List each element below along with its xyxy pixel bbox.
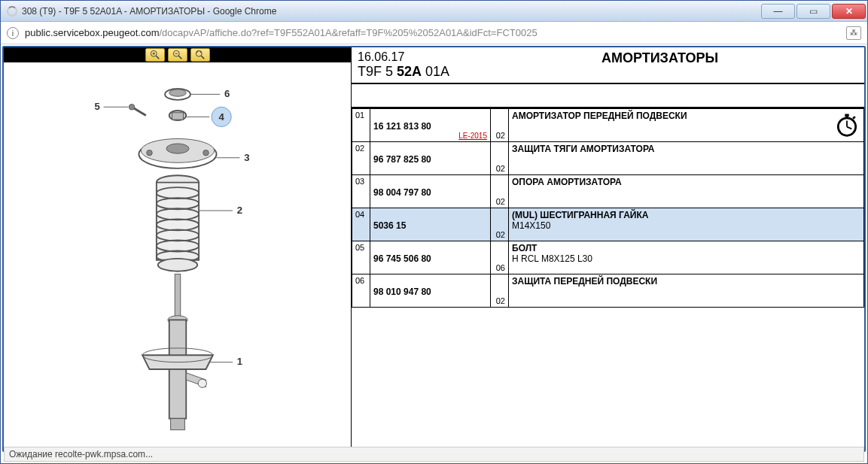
part-index: 03 <box>352 175 370 208</box>
svg-text:6: 6 <box>224 88 229 99</box>
browser-window: 308 (T9) - T9F 5 52A01A - АМОРТИЗАТОРЫ -… <box>0 0 868 464</box>
svg-text:3: 3 <box>244 152 249 163</box>
zoom-toolbar <box>4 47 351 62</box>
status-bar: Ожидание recolte-pwk.mpsa.com... <box>4 447 864 462</box>
svg-line-56 <box>853 117 855 119</box>
part-row[interactable]: 045036 1502(MUL) ШЕСТИГРАННАЯ ГАЙКАM14X1… <box>352 208 864 241</box>
parts-panel: 16.06.17 T9F 5 52A 01A АМОРТИЗАТОРЫ 0116… <box>352 47 864 450</box>
part-number: 96 787 825 80 <box>373 144 487 165</box>
part-qty: 02 <box>491 142 509 175</box>
part-index: 06 <box>352 274 370 308</box>
svg-point-7 <box>196 50 202 56</box>
window-buttons: — ▭ ✕ <box>760 4 866 19</box>
svg-rect-22 <box>172 113 183 120</box>
part-desc: ОПОРА АМОРТИЗАТОРА <box>509 175 864 208</box>
svg-point-50 <box>198 379 206 387</box>
part-row[interactable]: 0116 121 813 80LE-201502АМОРТИЗАТОР ПЕРЕ… <box>352 109 864 142</box>
maximize-button[interactable]: ▭ <box>796 4 830 19</box>
header-code: T9F 5 52A 01A <box>358 64 449 80</box>
svg-rect-49 <box>170 419 184 430</box>
part-row[interactable]: 0296 787 825 8002ЗАЩИТА ТЯГИ АМОРТИЗАТОР… <box>352 142 864 175</box>
part-index: 01 <box>352 109 370 142</box>
svg-rect-48 <box>169 369 186 419</box>
part-number: 5036 15 <box>373 210 487 231</box>
header-title: АМОРТИЗАТОРЫ <box>455 47 864 83</box>
zoom-out-button[interactable] <box>168 48 187 62</box>
part-number: 98 004 797 80 <box>373 177 487 198</box>
svg-line-1 <box>156 56 159 59</box>
url-path: /docapvAP/affiche.do?ref=T9F552A01A&refa… <box>160 27 538 38</box>
svg-text:5: 5 <box>94 101 99 112</box>
part-number-cell: 16 121 813 80LE-2015 <box>370 109 491 142</box>
part-number-cell: 96 787 825 80 <box>370 142 491 175</box>
part-qty: 02 <box>491 208 509 241</box>
svg-point-28 <box>166 144 189 153</box>
url-domain: public.servicebox.peugeot.com <box>25 27 160 38</box>
minimize-button[interactable]: — <box>761 4 795 19</box>
loading-spinner-icon <box>7 6 17 17</box>
part-number: 96 745 506 80 <box>373 243 487 264</box>
part-number-cell: 98 010 947 80 <box>370 274 491 308</box>
part-row[interactable]: 0398 004 797 8002ОПОРА АМОРТИЗАТОРА <box>352 175 864 208</box>
part-desc: ЗАЩИТА ПЕРЕДНЕЙ ПОДВЕСКИ <box>509 274 864 308</box>
svg-text:4: 4 <box>218 111 224 123</box>
svg-line-8 <box>201 56 204 59</box>
svg-line-58 <box>847 127 851 129</box>
svg-point-18 <box>129 105 135 111</box>
svg-text:2: 2 <box>236 205 242 216</box>
part-index: 02 <box>352 142 370 175</box>
header-row: 16.06.17 T9F 5 52A 01A АМОРТИЗАТОРЫ <box>352 47 864 84</box>
content-frame: 6 5 4 <box>2 46 866 452</box>
part-qty: 02 <box>491 274 509 308</box>
titlebar[interactable]: 308 (T9) - T9F 5 52A01A - АМОРТИЗАТОРЫ -… <box>1 1 867 22</box>
close-button[interactable]: ✕ <box>832 4 866 19</box>
svg-text:1: 1 <box>236 356 242 367</box>
svg-point-41 <box>157 259 197 271</box>
part-number-cell: 5036 15 <box>370 208 491 241</box>
part-row[interactable]: 0698 010 947 8002ЗАЩИТА ПЕРЕДНЕЙ ПОДВЕСК… <box>352 274 864 308</box>
header-date: 16.06.17 <box>358 50 449 64</box>
part-extra: LE-2015 <box>373 132 487 140</box>
header-spacer <box>352 84 864 108</box>
parts-table: 0116 121 813 80LE-201502АМОРТИЗАТОР ПЕРЕ… <box>352 108 864 308</box>
part-number-cell: 96 745 506 80 <box>370 241 491 274</box>
part-number: 98 010 947 80 <box>373 276 487 297</box>
part-desc: (MUL) ШЕСТИГРАННАЯ ГАЙКАM14X150 <box>509 208 864 241</box>
part-desc: АМОРТИЗАТОР ПЕРЕДНЕЙ ПОДВЕСКИ <box>509 109 864 142</box>
window-title: 308 (T9) - T9F 5 52A01A - АМОРТИЗАТОРЫ -… <box>22 6 760 17</box>
part-qty: 02 <box>491 109 509 142</box>
zoom-fit-button[interactable] <box>190 48 210 62</box>
part-index: 04 <box>352 208 370 241</box>
part-number: 16 121 813 80 <box>373 111 487 132</box>
svg-point-30 <box>203 150 209 156</box>
translate-icon[interactable]: ⁂ <box>846 26 861 40</box>
status-text: Ожидание recolte-pwk.mpsa.com... <box>9 449 153 459</box>
diagram-panel: 6 5 4 <box>4 47 352 450</box>
part-desc: БОЛТH RCL M8X125 L30 <box>509 241 864 274</box>
part-diagram[interactable]: 6 5 4 <box>4 62 351 450</box>
part-number-cell: 98 004 797 80 <box>370 175 491 208</box>
part-qty: 02 <box>491 175 509 208</box>
site-info-icon[interactable]: i <box>7 27 19 39</box>
part-row[interactable]: 0596 745 506 8006БОЛТH RCL M8X125 L30 <box>352 241 864 274</box>
part-index: 05 <box>352 241 370 274</box>
address-bar[interactable]: i public.servicebox.peugeot.com/docapvAP… <box>1 22 867 44</box>
part-desc: ЗАЩИТА ТЯГИ АМОРТИЗАТОРА <box>509 142 864 175</box>
svg-line-5 <box>178 56 181 59</box>
part-qty: 06 <box>491 241 509 274</box>
svg-point-14 <box>169 89 186 96</box>
svg-rect-44 <box>175 274 181 316</box>
zoom-in-button[interactable] <box>145 48 165 62</box>
svg-point-29 <box>146 150 152 156</box>
